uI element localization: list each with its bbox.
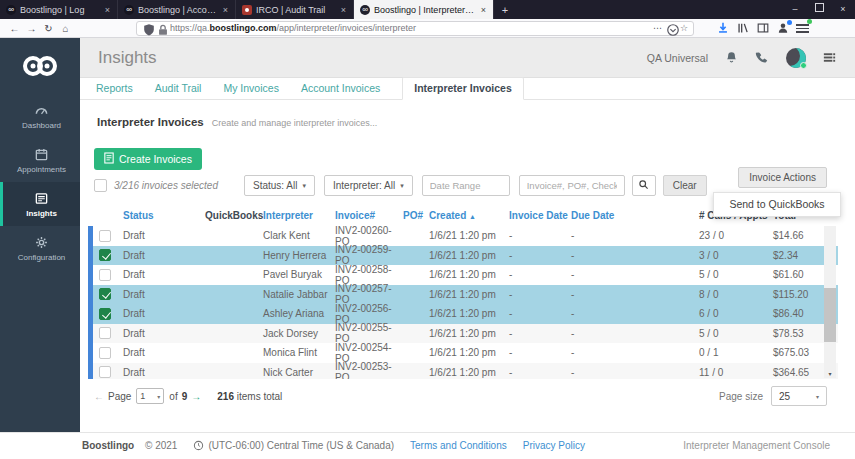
bell-icon[interactable] (724, 50, 739, 65)
tab-close-icon[interactable]: × (222, 5, 229, 15)
table-row[interactable]: Draft Ashley Ariana INV2-00256-PO 1/6/21… (93, 304, 838, 324)
prev-page-icon[interactable]: ← (94, 391, 104, 402)
scrollbar-thumb[interactable] (824, 288, 836, 342)
cell-invoice-date: - (509, 328, 571, 339)
home-icon[interactable]: ⌂ (57, 20, 74, 37)
browser-tab-title: Boostlingo | Account Viewer (138, 5, 218, 15)
invoice-actions-area: Invoice Actions Send to QuickBooks (713, 167, 841, 217)
column-invoice-number[interactable]: Invoice# (335, 210, 403, 221)
phone-icon[interactable] (755, 50, 770, 65)
page-actions-icon[interactable]: ⋯ (653, 23, 662, 33)
table-row[interactable]: Draft Natalie Jabbar INV2-00257-PO 1/6/2… (93, 285, 838, 305)
next-page-icon[interactable]: → (191, 391, 201, 402)
items-total-label: items total (237, 391, 283, 402)
minimize-button[interactable]: – (783, 0, 807, 19)
menu-item-send-to-quickbooks[interactable]: Send to QuickBooks (714, 193, 840, 216)
scroll-down-icon[interactable]: ▾ (824, 370, 836, 378)
new-tab-button[interactable]: + (494, 0, 516, 19)
privacy-link[interactable]: Privacy Policy (523, 440, 585, 451)
sidebar-item-insights[interactable]: Insights (0, 182, 80, 226)
clear-button[interactable]: Clear (663, 175, 707, 196)
column-po-number[interactable]: PO# (403, 210, 429, 221)
reload-icon[interactable]: ↻ (40, 20, 57, 37)
cell-created: 1/6/21 1:20 pm (429, 347, 509, 358)
tab-audit-trail[interactable]: Audit Trail (155, 78, 202, 99)
tab-close-icon[interactable]: × (104, 5, 111, 15)
table-row[interactable]: Draft Monica Flint INV2-00254-PO 1/6/21 … (93, 343, 838, 363)
table-row[interactable]: Draft Henry Herrera INV2-00259-PO 1/6/21… (93, 246, 838, 266)
page-size-value: 25 (779, 391, 790, 402)
create-invoices-button[interactable]: Create Invoices (94, 148, 202, 170)
sidebar-item-configuration[interactable]: Configuration (0, 226, 80, 270)
column-interpreter[interactable]: Interpreter (263, 210, 335, 221)
row-checkbox[interactable] (99, 269, 111, 281)
table-row[interactable]: Draft Clark Kent INV2-00260-PO 1/6/21 1:… (93, 226, 838, 246)
row-checkbox[interactable] (99, 308, 111, 320)
menu-icon[interactable] (796, 21, 809, 35)
browser-tab-title: Boostlingo | Interpreter Invoice (374, 5, 476, 15)
sidebar-item-dashboard[interactable]: Dashboard (0, 94, 80, 138)
row-checkbox[interactable] (99, 347, 111, 359)
page-size-select[interactable]: 25 ▾ (771, 386, 827, 406)
tab-reports[interactable]: Reports (96, 78, 133, 99)
footer-copyright: Boostlingo © 2021 (82, 440, 177, 451)
column-invoice-date[interactable]: Invoice Date (509, 210, 571, 221)
footer: Boostlingo © 2021 (UTC-06:00) Central Ti… (0, 432, 855, 458)
row-checkbox[interactable] (99, 249, 111, 261)
tab-close-icon[interactable]: × (340, 5, 347, 15)
browser-tab-active[interactable]: ∞ Boostlingo | Interpreter Invoice × (354, 0, 494, 19)
forward-icon[interactable]: → (23, 20, 40, 37)
page-size-label: Page size (719, 391, 763, 402)
boostlingo-favicon: ∞ (360, 5, 370, 15)
cell-status: Draft (123, 367, 205, 378)
url-bar[interactable]: https://qa.boostlingo.com/app/interprete… (136, 21, 694, 36)
row-checkbox[interactable] (99, 230, 111, 242)
table-row[interactable]: Draft Pavel Buryak INV2-00258-PO 1/6/21 … (93, 265, 838, 285)
url-prefix: https://qa. (170, 23, 210, 33)
invoice-actions-button[interactable]: Invoice Actions (738, 167, 827, 188)
browser-tab-3[interactable]: IRCO | Audit Trail × (236, 0, 354, 19)
row-checkbox[interactable] (99, 327, 111, 339)
date-range-input[interactable] (422, 175, 510, 196)
table-scrollbar[interactable]: ▾ (824, 226, 836, 378)
library-icon[interactable] (736, 21, 750, 35)
pocket-icon[interactable] (666, 23, 676, 33)
table-row[interactable]: Draft Nick Carter INV2-00253-PO 1/6/21 1… (93, 363, 838, 380)
row-checkbox[interactable] (99, 366, 111, 378)
status-filter-dropdown[interactable]: Status: All ▾ (244, 175, 315, 196)
app-header: Insights QA Universal (80, 38, 855, 78)
items-total: 216 items total (217, 391, 282, 402)
invoice-search-input[interactable] (519, 175, 625, 196)
terms-link[interactable]: Terms and Conditions (410, 440, 507, 451)
sidebar-toggle-icon[interactable] (756, 21, 770, 35)
download-icon[interactable] (716, 21, 730, 35)
search-button[interactable] (632, 175, 656, 196)
column-created[interactable]: Created ▲ (429, 210, 509, 221)
tab-interpreter-invoices[interactable]: Interpreter Invoices (402, 77, 523, 100)
row-checkbox[interactable] (99, 288, 111, 300)
back-icon[interactable]: ← (6, 20, 23, 37)
close-window-button[interactable]: × (831, 0, 855, 19)
restore-button[interactable] (807, 0, 831, 19)
avatar[interactable] (786, 48, 806, 68)
interpreter-filter-dropdown[interactable]: Interpreter: All ▾ (324, 175, 413, 196)
table-row[interactable]: Draft Jack Dorsey INV2-00255-PO 1/6/21 1… (93, 324, 838, 344)
shield-icon[interactable] (142, 23, 152, 33)
boostlingo-logo (0, 38, 80, 94)
tab-account-invoices[interactable]: Account Invoices (301, 78, 380, 99)
bookmark-star-icon[interactable]: ☆ (680, 23, 688, 33)
column-due-date[interactable]: Due Date (571, 210, 699, 221)
sidebar-item-appointments[interactable]: Appointments (0, 138, 80, 182)
browser-tab-1[interactable]: ∞ Boostlingo | Log × (0, 0, 118, 19)
browser-tab-2[interactable]: ∞ Boostlingo | Account Viewer × (118, 0, 236, 19)
account-icon[interactable] (776, 21, 790, 35)
select-all-checkbox[interactable] (94, 179, 107, 192)
tab-close-icon[interactable]: × (480, 5, 487, 15)
page-select[interactable]: 1 ▾ (136, 388, 164, 404)
column-status[interactable]: Status (123, 210, 205, 221)
cell-due-date: - (571, 347, 699, 358)
console-switcher-icon[interactable] (822, 50, 837, 65)
tab-my-invoices[interactable]: My Invoices (223, 78, 278, 99)
sidebar: Dashboard Appointments Insights Configur… (0, 38, 80, 432)
account-switcher[interactable]: QA Universal (647, 52, 708, 64)
